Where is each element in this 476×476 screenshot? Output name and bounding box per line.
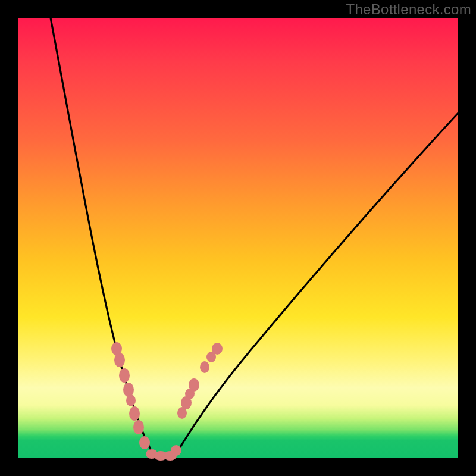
data-marker — [114, 353, 125, 367]
watermark-text: TheBottleneck.com — [346, 1, 471, 18]
data-marker — [200, 361, 209, 373]
gradient-plot-area — [18, 18, 458, 458]
data-marker — [119, 368, 130, 383]
data-marker — [129, 406, 140, 421]
data-marker — [133, 420, 144, 434]
chart-frame: TheBottleneck.com — [0, 0, 476, 476]
data-marker — [177, 407, 187, 419]
data-marker — [171, 445, 181, 456]
left-curve — [51, 18, 159, 457]
right-curve — [169, 113, 458, 457]
data-marker — [126, 394, 136, 406]
curve-layer — [18, 18, 458, 458]
markers-bottom — [146, 445, 181, 461]
data-marker — [206, 352, 216, 362]
markers-right — [177, 343, 223, 419]
data-marker — [139, 436, 150, 449]
data-marker — [123, 383, 134, 397]
